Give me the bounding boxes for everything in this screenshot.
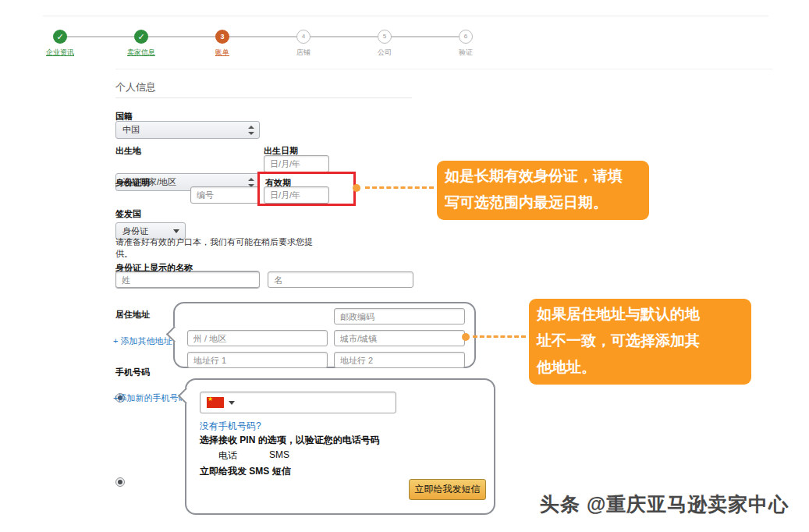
- step-label-verification: 验证: [431, 48, 501, 58]
- step-label-seller-info[interactable]: 卖家信息: [106, 48, 176, 58]
- select-caret-icon: [247, 126, 254, 135]
- step4-circle: 4: [296, 30, 310, 44]
- content-top-divider: [115, 69, 772, 69]
- step-label-business-info[interactable]: 企业资讯: [25, 48, 95, 58]
- annotation-dot: [353, 184, 360, 192]
- birthdate-input[interactable]: [264, 155, 329, 172]
- select-caret-icon: [247, 178, 254, 187]
- seller-registration-page: 3 4 5 6 企业资讯 卖家信息 账单 店铺 公司 验证 个人信息 国籍 中国…: [0, 0, 809, 532]
- watermark-text: 头条 @重庆亚马逊卖家中心: [540, 491, 789, 517]
- annotation-dashed-line: [365, 186, 434, 189]
- city-town-input[interactable]: [334, 330, 465, 346]
- step2-check-icon[interactable]: [134, 30, 148, 44]
- step-label-billing[interactable]: 账单: [187, 48, 257, 58]
- validity-tip-line1: 如是长期有效身份证，请填: [445, 163, 641, 190]
- address-tip-line2: 址不一致，可选择添加其: [537, 328, 743, 354]
- phone-radio-label[interactable]: 电话: [218, 449, 237, 463]
- nationality-select-value: 中国: [122, 124, 140, 136]
- annotation-dashed-line: [473, 335, 526, 338]
- sms-now-label: 立即给我发 SMS 短信: [200, 465, 291, 478]
- address-tip-line3: 他地址。: [537, 354, 743, 381]
- identity-type-value: 身份证: [122, 225, 148, 237]
- step-label-store: 店铺: [268, 48, 339, 58]
- mobile-number-label: 手机号码: [115, 367, 150, 378]
- stepper-connector-line: [60, 36, 466, 37]
- address-tip-callout: 如果居住地址与默认的地 址不一致，可选择添加其 他地址。: [529, 299, 751, 385]
- last-name-input[interactable]: [115, 271, 260, 288]
- step-label-company: 公司: [350, 48, 420, 58]
- step5-circle: 5: [378, 30, 392, 44]
- sms-radio-label[interactable]: SMS: [269, 449, 289, 460]
- add-mobile-link[interactable]: +添加新的手机号码: [113, 392, 186, 404]
- step1-check-icon[interactable]: [53, 30, 67, 44]
- nationality-select[interactable]: 中国: [115, 121, 260, 139]
- section-divider: [115, 98, 412, 98]
- postal-code-input[interactable]: [334, 308, 465, 325]
- pin-option-label: 选择接收 PIN 的选项，以验证您的电话号码: [200, 434, 380, 447]
- address-line2-input[interactable]: [334, 352, 465, 368]
- identity-label: 身份证明: [115, 177, 150, 189]
- residential-address-label: 居住地址: [115, 309, 150, 321]
- state-region-input[interactable]: [187, 330, 328, 346]
- validity-tip-line2: 写可选范围内最远日期。: [445, 190, 641, 216]
- validity-highlight-box: [257, 172, 356, 206]
- no-mobile-link[interactable]: 没有手机号码?: [200, 420, 261, 433]
- household-register-note: 请准备好有效的户口本，我们有可能在稍后要求您提供。: [115, 236, 317, 260]
- send-sms-button[interactable]: 立即给我发短信: [409, 479, 486, 500]
- add-address-link[interactable]: + 添加其他地址: [113, 335, 172, 347]
- address-tip-line1: 如果居住地址与默认的地: [537, 301, 743, 328]
- first-name-input[interactable]: [268, 271, 413, 288]
- birthplace-label: 出生地: [115, 145, 141, 157]
- address-line1-input[interactable]: [187, 352, 328, 368]
- section-title: 个人信息: [115, 80, 156, 94]
- mobile-number-radio[interactable]: [115, 477, 125, 487]
- select-caret-icon: [173, 229, 179, 233]
- annotation-dot: [462, 333, 470, 341]
- china-flag-icon: [207, 397, 224, 408]
- phone-number-input[interactable]: [200, 392, 396, 413]
- issuing-country-label: 签发国: [115, 208, 141, 220]
- identity-number-input[interactable]: [190, 186, 260, 204]
- validity-tip-callout: 如是长期有效身份证，请填 写可选范围内最远日期。: [437, 161, 649, 220]
- step3-circle[interactable]: 3: [215, 30, 229, 44]
- top-divider: [43, 16, 768, 16]
- flag-dropdown-caret-icon[interactable]: [229, 401, 235, 405]
- step6-circle: 6: [459, 30, 473, 44]
